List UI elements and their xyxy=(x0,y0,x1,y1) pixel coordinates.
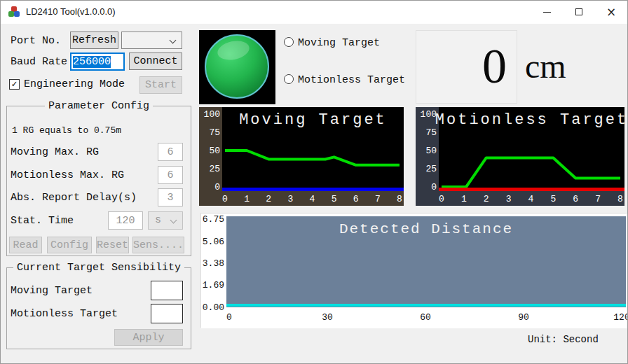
connect-button[interactable]: Connect xyxy=(129,52,182,70)
moving-target-radio[interactable] xyxy=(284,37,294,47)
svg-text:0: 0 xyxy=(222,194,228,204)
svg-text:8: 8 xyxy=(617,194,623,204)
svg-text:75: 75 xyxy=(425,127,437,138)
stat-time-unit-select[interactable]: s xyxy=(148,211,183,230)
svg-text:0: 0 xyxy=(226,312,232,323)
chevron-down-icon xyxy=(170,217,177,224)
chevron-down-icon xyxy=(170,37,177,44)
minimize-button[interactable] xyxy=(531,1,563,23)
engineering-mode-label: Engineering Mode xyxy=(24,78,125,90)
sens-button[interactable]: Sens.... xyxy=(132,237,184,253)
svg-text:25: 25 xyxy=(209,164,220,174)
motionless-target-chart: 0255075100012345678Motionless Target xyxy=(416,107,624,206)
svg-text:2: 2 xyxy=(266,194,271,204)
svg-text:50: 50 xyxy=(209,146,220,156)
sens-moving-target-input[interactable] xyxy=(151,281,183,300)
svg-text:0: 0 xyxy=(431,182,437,192)
app-icon xyxy=(8,6,20,18)
svg-text:7: 7 xyxy=(375,194,381,204)
baud-rate-label: Baud Rate xyxy=(11,56,67,68)
svg-text:100: 100 xyxy=(204,109,220,120)
close-button[interactable]: × xyxy=(595,1,627,23)
svg-text:0: 0 xyxy=(214,182,220,192)
motionless-target-radio-label: Motionless Target xyxy=(298,74,405,86)
read-button[interactable]: Read xyxy=(9,237,42,253)
moving-max-rg-input[interactable]: 6 xyxy=(158,143,183,161)
svg-text:3.38: 3.38 xyxy=(203,258,224,269)
svg-text:8: 8 xyxy=(397,194,402,204)
title-bar: LD2410 Tool(v1.0.0.0) × xyxy=(1,1,627,24)
engineering-mode-checkbox[interactable]: ✓ xyxy=(9,79,20,90)
maximize-button[interactable] xyxy=(563,1,595,23)
svg-text:5: 5 xyxy=(332,194,337,204)
svg-text:1: 1 xyxy=(244,194,250,204)
svg-text:6.75: 6.75 xyxy=(203,214,224,225)
port-label: Port No. xyxy=(11,35,61,47)
detected-distance-chart: 0.001.693.385.066.750306090120Detected D… xyxy=(200,213,627,328)
svg-text:3: 3 xyxy=(506,194,512,204)
checkmark-icon: ✓ xyxy=(12,79,18,90)
svg-text:75: 75 xyxy=(209,127,220,138)
svg-text:2: 2 xyxy=(484,194,489,204)
svg-text:Detected Distance: Detected Distance xyxy=(339,221,513,237)
svg-text:90: 90 xyxy=(518,312,529,323)
moving-target-radio-label: Moving Target xyxy=(298,37,380,49)
svg-text:7: 7 xyxy=(595,194,601,204)
svg-text:100: 100 xyxy=(421,109,437,120)
svg-text:6: 6 xyxy=(353,194,359,204)
stat-time-label: Stat. Time xyxy=(11,215,74,227)
svg-text:120: 120 xyxy=(613,312,627,323)
stat-time-input[interactable]: 120 xyxy=(108,211,143,230)
svg-text:60: 60 xyxy=(420,312,431,323)
motionless-max-rg-label: Motionless Max. RG xyxy=(11,169,124,181)
sens-moving-target-label: Moving Target xyxy=(11,285,93,297)
start-button[interactable]: Start xyxy=(139,76,182,94)
apply-button[interactable]: Apply xyxy=(114,329,183,346)
baud-rate-input[interactable]: 256000 xyxy=(70,52,125,71)
sens-motionless-target-label: Motionless Target xyxy=(11,308,118,320)
abs-report-delay-label: Abs. Report Delay(s) xyxy=(11,192,137,204)
presence-indicator-panel xyxy=(199,30,275,104)
distance-unit: cm xyxy=(525,47,566,85)
svg-text:Moving Target: Moving Target xyxy=(239,111,387,129)
svg-text:Motionless Target: Motionless Target xyxy=(435,111,624,129)
refresh-button[interactable]: Refresh xyxy=(70,31,118,49)
maximize-icon xyxy=(575,8,582,15)
time-unit-note: Unit: Second xyxy=(528,334,599,345)
reset-button[interactable]: Reset xyxy=(96,237,129,253)
motionless-target-radio[interactable] xyxy=(284,74,294,84)
svg-text:0.00: 0.00 xyxy=(203,302,224,313)
svg-text:1: 1 xyxy=(461,194,467,204)
stat-time-unit-value: s xyxy=(155,214,161,226)
sensibility-title: Current Target Sensibility xyxy=(13,262,184,274)
sens-motionless-target-input[interactable] xyxy=(151,304,183,323)
svg-text:5.06: 5.06 xyxy=(203,237,224,247)
close-icon: × xyxy=(606,6,616,18)
motionless-max-rg-input[interactable]: 6 xyxy=(158,166,183,184)
svg-text:0: 0 xyxy=(439,194,444,204)
svg-text:25: 25 xyxy=(425,164,437,174)
distance-value: 0 xyxy=(482,36,507,97)
distance-display-box: 0 xyxy=(416,30,517,104)
rg-note: 1 RG equals to 0.75m xyxy=(12,125,121,136)
svg-text:30: 30 xyxy=(322,312,333,323)
baud-rate-value: 256000 xyxy=(73,56,111,68)
minimize-icon xyxy=(543,12,551,13)
presence-indicator-light xyxy=(205,34,269,99)
svg-text:4: 4 xyxy=(528,194,534,204)
parameter-config-title: Parameter Config xyxy=(45,100,153,112)
config-button[interactable]: Config xyxy=(47,237,92,253)
svg-text:4: 4 xyxy=(310,194,315,204)
svg-text:50: 50 xyxy=(425,146,437,156)
window-title: LD2410 Tool(v1.0.0.0) xyxy=(26,6,116,17)
moving-target-chart: 0255075100012345678Moving Target xyxy=(199,107,404,206)
port-select[interactable] xyxy=(121,31,182,49)
svg-text:6: 6 xyxy=(573,194,578,204)
moving-max-rg-label: Moving Max. RG xyxy=(11,146,99,158)
svg-text:1.69: 1.69 xyxy=(203,280,224,290)
svg-text:5: 5 xyxy=(550,194,556,204)
app-window: LD2410 Tool(v1.0.0.0) × Port No. Refresh… xyxy=(0,0,628,364)
abs-report-delay-input[interactable]: 3 xyxy=(158,188,183,206)
svg-text:3: 3 xyxy=(287,194,293,204)
